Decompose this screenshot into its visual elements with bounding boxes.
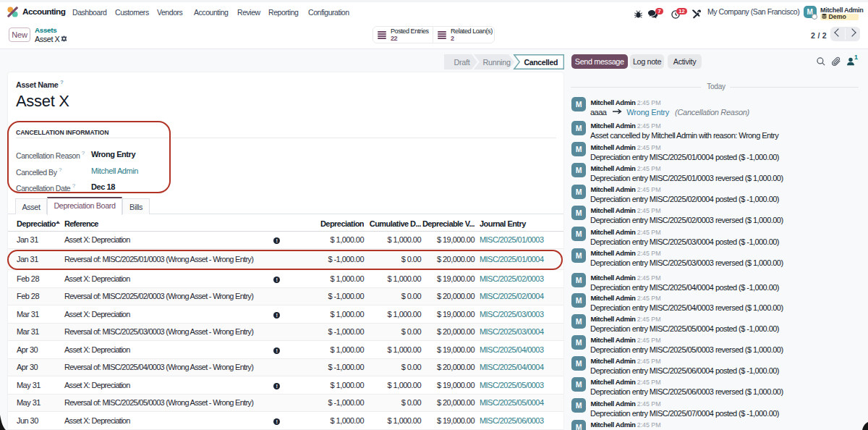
svg-text:Running: Running: [483, 57, 511, 66]
svg-text:Cancelled: Cancelled: [524, 57, 558, 66]
svg-text:Draft: Draft: [454, 57, 470, 66]
